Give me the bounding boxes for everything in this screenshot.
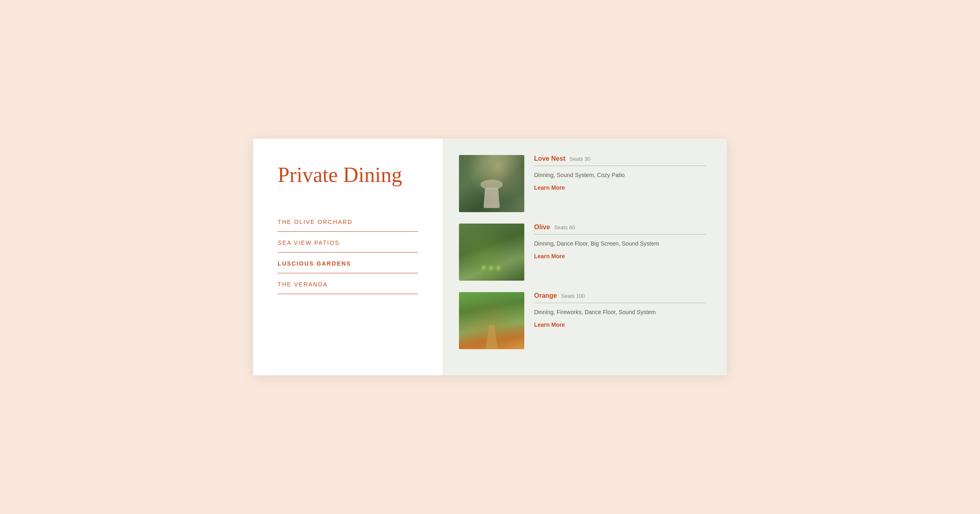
nav-item-label-luscious-gardens: LUSCIOUS GARDENS xyxy=(278,260,351,267)
venue-card-orange: OrangeSeats 100Dinning, Fireworks, Dance… xyxy=(459,292,706,349)
venue-seats-love-nest: Seats 30 xyxy=(569,156,590,162)
venue-image-orange xyxy=(459,292,524,349)
venue-features-orange: Dinning, Fireworks, Dance Floor, Sound S… xyxy=(534,308,706,317)
venue-header-orange: OrangeSeats 100 xyxy=(534,292,706,303)
venue-image-olive xyxy=(459,224,524,281)
venue-info-orange: OrangeSeats 100Dinning, Fireworks, Dance… xyxy=(534,292,706,328)
right-panel: Love NestSeats 30Dinning, Sound System, … xyxy=(443,139,727,375)
venue-info-olive: OliveSeats 60Dinning, Dance Floor, Big S… xyxy=(534,224,706,259)
nav-item-label-the-veranda: THE VERANDA xyxy=(278,281,328,288)
page-title: Private Dining xyxy=(278,163,418,186)
nav-item-label-olive-orchard: THE OLIVE ORCHARD xyxy=(278,219,353,225)
venue-name-love-nest: Love Nest xyxy=(534,155,565,162)
venue-features-love-nest: Dinning, Sound System, Cozy Patio xyxy=(534,171,706,179)
main-card: Private Dining THE OLIVE ORCHARDSEA VIEW… xyxy=(253,139,727,375)
nav-item-the-veranda[interactable]: THE VERANDA xyxy=(278,273,418,294)
venue-header-love-nest: Love NestSeats 30 xyxy=(534,155,706,166)
venue-seats-olive: Seats 60 xyxy=(554,224,575,230)
nav-item-sea-view-patios[interactable]: SEA VIEW PATIOS xyxy=(278,232,418,253)
venue-card-olive: OliveSeats 60Dinning, Dance Floor, Big S… xyxy=(459,224,706,281)
venue-image-love-nest xyxy=(459,155,524,212)
nav-list: THE OLIVE ORCHARDSEA VIEW PATIOSLUSCIOUS… xyxy=(278,211,418,294)
venue-name-orange: Orange xyxy=(534,292,557,299)
learn-more-olive[interactable]: Learn More xyxy=(534,253,706,259)
learn-more-love-nest[interactable]: Learn More xyxy=(534,184,706,191)
left-panel: Private Dining THE OLIVE ORCHARDSEA VIEW… xyxy=(253,139,443,375)
venue-seats-orange: Seats 100 xyxy=(561,293,585,299)
venue-card-love-nest: Love NestSeats 30Dinning, Sound System, … xyxy=(459,155,706,212)
venue-header-olive: OliveSeats 60 xyxy=(534,224,706,235)
venue-info-love-nest: Love NestSeats 30Dinning, Sound System, … xyxy=(534,155,706,191)
nav-item-luscious-gardens[interactable]: LUSCIOUS GARDENS xyxy=(278,253,418,273)
learn-more-orange[interactable]: Learn More xyxy=(534,321,706,328)
venue-features-olive: Dinning, Dance Floor, Big Screen, Sound … xyxy=(534,239,706,248)
nav-item-label-sea-view-patios: SEA VIEW PATIOS xyxy=(278,239,340,246)
venue-name-olive: Olive xyxy=(534,224,550,231)
nav-item-olive-orchard[interactable]: THE OLIVE ORCHARD xyxy=(278,211,418,232)
